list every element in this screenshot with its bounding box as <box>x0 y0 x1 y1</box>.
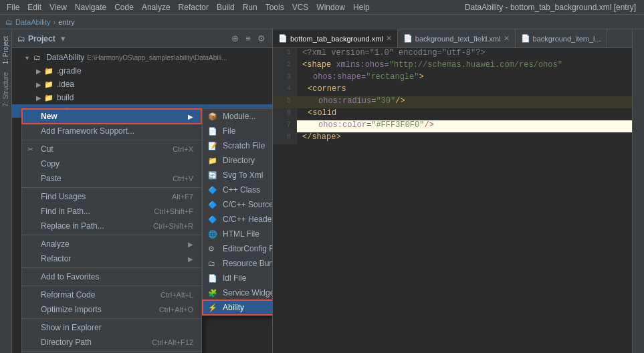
submenu1-item-cppheader[interactable]: 🔷 C/C++ Header File <box>203 212 273 227</box>
submenu1-item-htmlfile[interactable]: 🌐 HTML File <box>203 227 273 241</box>
menu-tools[interactable]: Tools <box>261 1 288 13</box>
tab-close-2[interactable]: ✕ <box>504 34 510 43</box>
editor-line-5: 5 ohos:radius="30"/> <box>273 96 632 108</box>
submenu1-item-idlfile[interactable]: 📄 Idl File <box>203 271 273 285</box>
submenu1-item-directory[interactable]: 📁 Directory <box>203 153 273 168</box>
editor-content: 1 <?xml version="1.0" encoding="utf-8"?>… <box>273 48 632 353</box>
tab-label-1: bottom_tab_background.xml <box>290 35 383 43</box>
submenu1-item-cppsource[interactable]: 🔷 C/C++ Source File <box>203 197 273 212</box>
submenu1-item-ability[interactable]: ⚡ Ability <box>203 300 273 315</box>
breadcrumb-child[interactable]: entry <box>58 18 74 26</box>
submenu1-label-module: Module... <box>223 112 273 121</box>
submenu1-item-servicewidget[interactable]: 🧩 Service Widget <box>203 285 273 300</box>
ctx-item-directorypath[interactable]: Directory Path Ctrl+Alt+F12 <box>22 335 201 350</box>
folder-gradle-icon: 📁 <box>44 67 55 76</box>
tab-bg-item[interactable]: 📄 background_item_l... <box>516 29 607 47</box>
submenu1-item-file[interactable]: 📄 File <box>203 124 273 138</box>
ctx-item-reformatcode[interactable]: Reformat Code Ctrl+Alt+L <box>22 287 201 302</box>
ctx-sep2 <box>22 187 201 188</box>
editor-tabs: 📄 bottom_tab_background.xml ✕ 📄 backgrou… <box>273 29 632 48</box>
menu-code[interactable]: Code <box>110 1 138 13</box>
tab-bg-textfield[interactable]: 📄 background_text_field.xml ✕ <box>398 29 516 47</box>
tab-bottom-bg[interactable]: 📄 bottom_tab_background.xml ✕ <box>273 29 398 47</box>
editor-line-8: 8 </shape> <box>273 132 632 144</box>
app-title: DataAbility - bottom_tab_background.xml … <box>459 1 641 13</box>
ctx-item-paste[interactable]: Paste Ctrl+V <box>22 171 201 186</box>
tree-arrow-idea: ▶ <box>36 81 44 88</box>
ctx-item-cut[interactable]: ✂ Cut Ctrl+X <box>22 142 201 156</box>
tree-arrow-root: ▾ <box>25 54 33 62</box>
editor-line-2: 2 <shape xmlns:ohos="http://schemas.huaw… <box>273 60 632 72</box>
breadcrumb-project[interactable]: DataAbility <box>15 18 51 26</box>
submenu1-label-servicewidget: Service Widget <box>223 288 273 298</box>
menu-build[interactable]: Build <box>213 1 239 13</box>
menu-vcs[interactable]: VCS <box>288 1 313 13</box>
tab-close-1[interactable]: ✕ <box>386 34 392 43</box>
ctx-item-findusages[interactable]: Find Usages Alt+F7 <box>22 189 201 204</box>
folder-build-icon: 📁 <box>44 94 55 102</box>
locate-icon[interactable]: ⊕ <box>229 33 240 44</box>
ctx-item-analyze[interactable]: Analyze ▶ <box>22 237 201 251</box>
ability-icon: ⚡ <box>208 304 220 312</box>
submenu1-item-resourcebundle[interactable]: 🗂 Resource Bundle <box>203 256 273 271</box>
ctx-label-refactor: Refactor <box>41 254 185 263</box>
menu-edit[interactable]: Edit <box>23 1 45 13</box>
ctx-item-refactor[interactable]: Refactor ▶ <box>22 251 201 266</box>
menu-navigate[interactable]: Navigate <box>71 1 110 13</box>
submenu1-label-idlfile: Idl File <box>223 273 273 283</box>
submenu1-item-module[interactable]: 📦 Module... <box>203 109 273 124</box>
tree-item-root[interactable]: ▾ 🗂 DataAbility E:\HarmonyOS\app_samples… <box>12 51 272 64</box>
submenu1-label-scratchfile: Scratch File <box>223 141 273 150</box>
tree-item-idea[interactable]: ▶ 📁 .idea <box>12 78 272 91</box>
tree-arrow-gradle: ▶ <box>36 68 44 75</box>
submenu1-item-scratchfile[interactable]: 📝 Scratch File Ctrl+Alt+Shift+Insert <box>203 138 273 153</box>
tree-item-gradle[interactable]: ▶ 📁 .gradle <box>12 64 272 78</box>
ctx-label-replaceinpath: Replace in Path... <box>41 221 140 231</box>
submenu1-label-file: File <box>223 126 273 136</box>
menu-file[interactable]: File <box>3 1 23 13</box>
menu-analyze[interactable]: Analyze <box>138 1 175 13</box>
svgtoxml-icon: 🔄 <box>208 171 220 180</box>
ctx-item-addtofav[interactable]: Add to Favorites <box>22 269 201 284</box>
collapse-icon[interactable]: ≡ <box>243 33 253 44</box>
ctx-label-findusages: Find Usages <box>41 192 158 201</box>
ctx-item-framework[interactable]: Add Framework Support... <box>22 124 201 138</box>
ctx-label-addtofav: Add to Favorites <box>41 272 193 281</box>
tree-item-build[interactable]: ▶ 📁 build <box>12 91 272 104</box>
editor-line-7: 7 ohos:color="#FFF3F0F0"/> <box>273 120 632 132</box>
ctx-item-copy[interactable]: Copy <box>22 156 201 171</box>
submenu1-label-cppsource: C/C++ Source File <box>223 200 273 209</box>
module-icon: 📦 <box>208 112 220 121</box>
ctx-item-showexplorer[interactable]: Show in Explorer <box>22 320 201 335</box>
ctx-item-optimizeimports[interactable]: Optimize Imports Ctrl+Alt+O <box>22 302 201 317</box>
menu-refactor[interactable]: Refactor <box>175 1 213 13</box>
ctx-label-copy: Copy <box>41 159 193 168</box>
project-panel-title: Project <box>28 34 56 43</box>
ctx-shortcut-optimizeimports: Ctrl+Alt+O <box>159 306 193 314</box>
submenu1-item-cppclass[interactable]: 🔷 C++ Class <box>203 183 273 197</box>
menu-view[interactable]: View <box>45 1 71 13</box>
ctx-item-new[interactable]: New ▶ <box>22 109 201 124</box>
sidebar-tab-project[interactable]: 1: Project <box>1 32 11 68</box>
ctx-sep4 <box>22 267 201 268</box>
settings-icon[interactable]: ⚙ <box>256 33 267 44</box>
menu-run[interactable]: Run <box>239 1 261 13</box>
resourcebundle-icon: 🗂 <box>208 259 220 267</box>
ctx-label-reformatcode: Reformat Code <box>41 290 147 300</box>
file-icon: 📄 <box>208 127 220 136</box>
ctx-arrow-refactor: ▶ <box>188 255 193 263</box>
ctx-sep6 <box>22 318 201 319</box>
submenu1-item-editorconfig[interactable]: ⚙ EditorConfig File <box>203 241 273 256</box>
dropdown-icon[interactable]: ▾ <box>58 33 69 44</box>
menu-help[interactable]: Help <box>349 1 374 13</box>
ctx-item-replaceinpath[interactable]: Replace in Path... Ctrl+Shift+R <box>22 219 201 233</box>
breadcrumb-bar: 🗂 DataAbility › entry <box>0 15 644 29</box>
cppheader-icon: 🔷 <box>208 215 220 224</box>
menu-window[interactable]: Window <box>312 1 349 13</box>
submenu1-item-svgtoxml[interactable]: 🔄 Svg To Xml <box>203 168 273 183</box>
sidebar-tab-structure[interactable]: 7: Structure <box>1 68 11 111</box>
ctx-item-findinpath[interactable]: Find in Path... Ctrl+Shift+F <box>22 204 201 219</box>
submenu1-label-directory: Directory <box>223 156 273 165</box>
cppclass-icon: 🔷 <box>208 186 220 195</box>
ctx-sep5 <box>22 285 201 286</box>
